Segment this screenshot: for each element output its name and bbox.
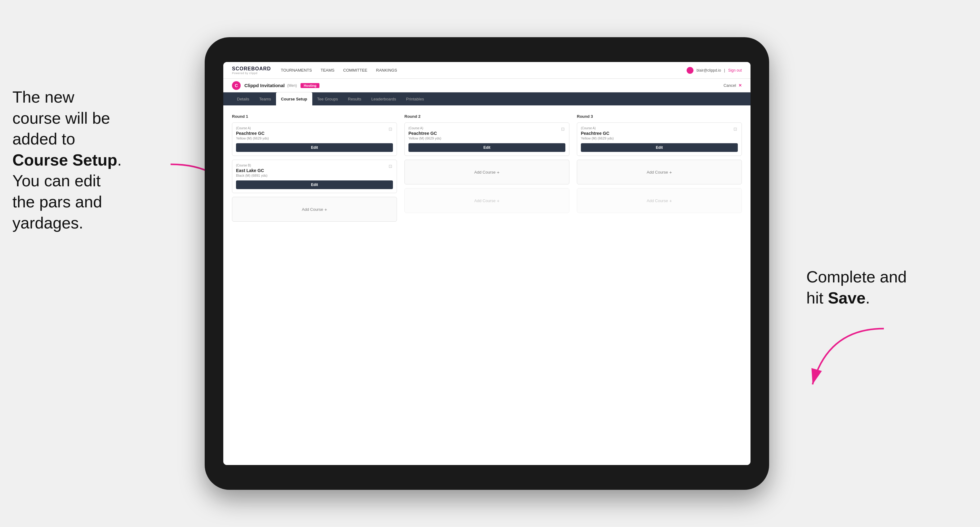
sub-header: C Clippd Invitational (Men) Hosting Canc… (223, 79, 751, 92)
annotation-right-end: . (865, 289, 870, 307)
nav-right: blair@clippd.io | Sign out (687, 67, 742, 74)
round3-course-a-name: Peachtree GC (581, 131, 738, 136)
annotation-line4-end: . (117, 151, 122, 169)
user-email: blair@clippd.io (697, 68, 721, 73)
round1-course-a-card: (Course A) Peachtree GC Yellow (M) (6629… (232, 122, 397, 156)
round-1-column: Round 1 (Course A) Peachtree GC Yellow (… (232, 114, 397, 225)
annotation-line6: the pars and (13, 193, 102, 211)
annotation-right-line2-start: hit (806, 289, 828, 307)
round-2-label: Round 2 (404, 114, 570, 119)
round1-add-course-label: Add Course (302, 207, 323, 212)
round2-add-plus-1: + (497, 170, 500, 175)
cancel-button[interactable]: Cancel ✕ (724, 83, 742, 88)
round-1-label: Round 1 (232, 114, 397, 119)
nav-tournaments[interactable]: TOURNAMENTS (281, 67, 312, 74)
round1-course-b-badge: (Course B) (236, 163, 393, 167)
round3-add-plus-1: + (669, 170, 672, 175)
annotation-left: The new course will be added to Course S… (13, 87, 161, 233)
round1-add-plus: + (325, 207, 327, 212)
round-2-column: Round 2 (Course A) Peachtree GC Yellow (… (404, 114, 570, 225)
cancel-x-icon: ✕ (738, 83, 742, 88)
tournament-type: (Men) (287, 83, 297, 88)
rounds-grid: Round 1 (Course A) Peachtree GC Yellow (… (232, 114, 742, 225)
round-3-label: Round 3 (577, 114, 742, 119)
round1-course-b-name: East Lake GC (236, 168, 393, 173)
nav-separator: | (724, 68, 725, 73)
round1-course-a-edit[interactable]: Edit (236, 143, 393, 152)
tab-tee-groups[interactable]: Tee Groups (312, 92, 343, 105)
logo-sub: Powered by clippd (232, 71, 271, 75)
round2-add-course-1[interactable]: Add Course + (404, 160, 570, 184)
round3-add-course-2: Add Course + (577, 188, 742, 213)
round1-add-course[interactable]: Add Course + (232, 197, 397, 222)
hosting-badge: Hosting (301, 83, 320, 88)
annotation-line3: added to (13, 130, 75, 148)
round2-course-a-edit[interactable]: Edit (409, 143, 565, 152)
annotation-line5: You can edit (13, 172, 100, 190)
round2-course-a-badge: (Course A) (409, 127, 565, 130)
round1-course-b-edit[interactable]: Edit (236, 181, 393, 189)
round2-add-course-2: Add Course + (404, 188, 570, 213)
tablet-device: SCOREBOARD Powered by clippd TOURNAMENTS… (205, 37, 769, 490)
tablet-screen: SCOREBOARD Powered by clippd TOURNAMENTS… (223, 62, 751, 465)
round2-course-a-delete[interactable]: ⊡ (560, 126, 566, 132)
round3-course-a-card: (Course A) Peachtree GC Yellow (M) (6629… (577, 122, 742, 156)
nav-committee[interactable]: COMMITTEE (343, 67, 368, 74)
top-nav: SCOREBOARD Powered by clippd TOURNAMENTS… (223, 62, 751, 79)
tab-course-setup[interactable]: Course Setup (276, 92, 312, 105)
user-avatar (687, 67, 694, 74)
round3-course-a-badge: (Course A) (581, 127, 738, 130)
tab-details[interactable]: Details (232, 92, 254, 105)
round3-course-a-edit[interactable]: Edit (581, 143, 738, 152)
tab-bar: Details Teams Course Setup Tee Groups Re… (223, 92, 751, 105)
round3-add-plus-2: + (669, 198, 672, 203)
round3-add-course-1[interactable]: Add Course + (577, 160, 742, 184)
round1-course-b-delete[interactable]: ⊡ (387, 163, 393, 169)
tab-teams[interactable]: Teams (254, 92, 276, 105)
main-content: Round 1 (Course A) Peachtree GC Yellow (… (223, 105, 751, 465)
annotation-right-bold: Save (828, 289, 865, 307)
round3-course-a-delete[interactable]: ⊡ (732, 126, 738, 132)
round1-course-b-card: (Course B) East Lake GC Black (M) (6891 … (232, 160, 397, 193)
round2-add-course-label-1: Add Course (474, 170, 496, 175)
round2-course-a-details: Yellow (M) (6629 yds) (409, 137, 565, 140)
tournament-name: Clippd Invitational (244, 83, 285, 88)
round3-add-course-label-2: Add Course (647, 198, 668, 203)
round3-course-a-details: Yellow (M) (6629 yds) (581, 137, 738, 140)
sign-out-link[interactable]: Sign out (728, 68, 742, 73)
annotation-line4-bold: Course Setup (13, 151, 117, 169)
round1-course-a-details: Yellow (M) (6629 yds) (236, 137, 393, 140)
round2-course-a-name: Peachtree GC (409, 131, 565, 136)
round1-course-b-details: Black (M) (6891 yds) (236, 174, 393, 177)
logo-text: SCOREBOARD (232, 66, 271, 71)
annotation-line2: course will be (13, 109, 110, 127)
annotation-line1: The new (13, 88, 74, 106)
tournament-logo: C (232, 81, 241, 90)
round2-course-a-card: (Course A) Peachtree GC Yellow (M) (6629… (404, 122, 570, 156)
annotation-line7: yardages. (13, 214, 83, 232)
nav-rankings[interactable]: RANKINGS (376, 67, 397, 74)
nav-teams[interactable]: TEAMS (321, 67, 335, 74)
nav-links: TOURNAMENTS TEAMS COMMITTEE RANKINGS (281, 67, 687, 74)
round1-course-a-badge: (Course A) (236, 127, 393, 130)
round-3-column: Round 3 (Course A) Peachtree GC Yellow (… (577, 114, 742, 225)
tab-printables[interactable]: Printables (401, 92, 429, 105)
round1-course-a-delete[interactable]: ⊡ (387, 126, 393, 132)
tab-results[interactable]: Results (343, 92, 366, 105)
round3-add-course-label-1: Add Course (647, 170, 668, 175)
round1-course-a-name: Peachtree GC (236, 131, 393, 136)
arrow-right (803, 325, 902, 400)
logo-area: SCOREBOARD Powered by clippd (232, 66, 271, 75)
tab-leaderboards[interactable]: Leaderboards (366, 92, 401, 105)
annotation-right: Complete and hit Save. (806, 267, 924, 308)
round2-add-plus-2: + (497, 198, 500, 203)
round2-add-course-label-2: Add Course (474, 198, 496, 203)
annotation-right-line1: Complete and (806, 268, 907, 286)
